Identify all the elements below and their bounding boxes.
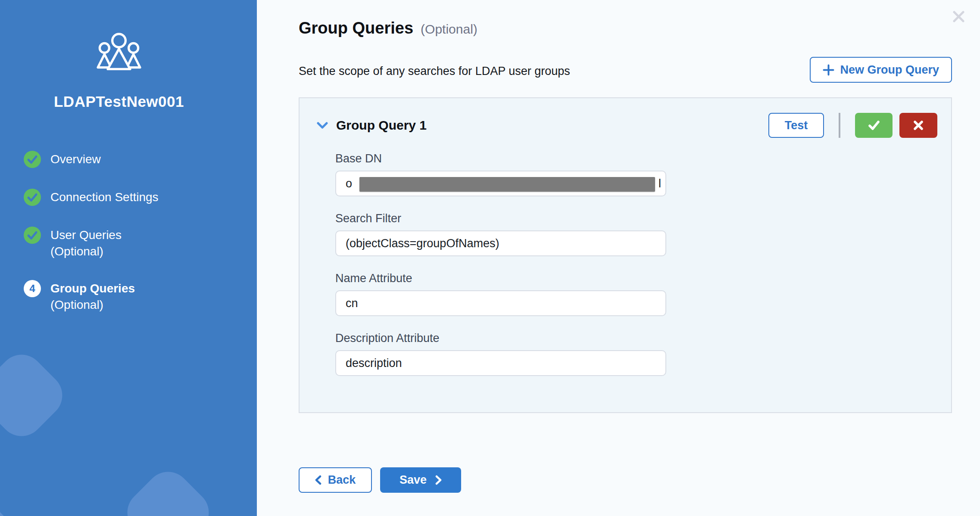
sidebar-item-connection-settings[interactable]: Connection Settings xyxy=(24,189,159,206)
search-filter-input[interactable] xyxy=(335,230,666,256)
test-query-button[interactable]: Test xyxy=(768,113,824,138)
save-button-label: Save xyxy=(399,473,427,487)
page-optional-tag: (Optional) xyxy=(421,22,478,37)
connection-name: LDAPTestNew001 xyxy=(0,93,238,110)
step-number-badge: 4 xyxy=(24,280,41,297)
query-fields: Base DN o l Search Filter Name Attribute… xyxy=(335,152,666,392)
back-button-label: Back xyxy=(328,473,356,487)
chevron-down-icon xyxy=(317,122,328,129)
page-title: Group Queries xyxy=(299,19,413,37)
close-icon xyxy=(953,11,964,22)
button-divider xyxy=(839,113,840,138)
wizard-sidebar: LDAPTestNew001 Overview Connection Setti… xyxy=(0,0,257,516)
step-complete-check-icon xyxy=(24,189,41,206)
sidebar-watermark-shape xyxy=(0,497,35,516)
sidebar-watermark-shape xyxy=(118,463,218,516)
step-complete-check-icon xyxy=(24,227,41,244)
redaction-bar xyxy=(359,177,655,192)
sidebar-item-user-queries[interactable]: User Queries (Optional) xyxy=(24,227,159,259)
step-label: Overview xyxy=(50,151,101,168)
step-optional-tag: (Optional) xyxy=(50,244,122,259)
step-complete-check-icon xyxy=(24,151,41,168)
x-icon xyxy=(913,120,924,131)
base-dn-visible-prefix: o xyxy=(346,177,352,190)
sidebar-item-group-queries[interactable]: 4 Group Queries (Optional) xyxy=(24,280,159,313)
base-dn-visible-suffix: l xyxy=(659,171,661,196)
description-attribute-label: Description Attribute xyxy=(335,332,666,345)
wizard-steps: Overview Connection Settings User Querie… xyxy=(24,151,159,313)
plus-icon xyxy=(823,64,834,76)
sidebar-watermark-shape xyxy=(0,345,72,445)
collapse-query-button[interactable] xyxy=(317,122,328,129)
name-attribute-label: Name Attribute xyxy=(335,272,666,285)
chevron-right-icon xyxy=(435,475,442,485)
page-subtitle: Set the scope of any searches for LDAP u… xyxy=(299,65,570,78)
save-button[interactable]: Save xyxy=(380,467,461,493)
group-query-title: Group Query 1 xyxy=(336,118,427,133)
search-filter-label: Search Filter xyxy=(335,212,666,225)
confirm-query-button[interactable] xyxy=(855,113,893,138)
brand-block: LDAPTestNew001 xyxy=(0,0,238,110)
close-button[interactable] xyxy=(950,8,967,25)
user-group-icon xyxy=(94,32,144,73)
step-label: Connection Settings xyxy=(50,189,159,206)
new-group-query-button[interactable]: New Group Query xyxy=(810,57,952,83)
description-attribute-input[interactable] xyxy=(335,350,666,376)
step-optional-tag: (Optional) xyxy=(50,297,135,313)
step-label: User Queries xyxy=(50,227,122,244)
name-attribute-input[interactable] xyxy=(335,290,666,316)
group-query-card: Group Query 1 Test Base DN o l Search Fi… xyxy=(299,97,952,413)
wizard-footer: Back Save xyxy=(299,467,461,493)
delete-query-button[interactable] xyxy=(899,113,937,138)
back-button[interactable]: Back xyxy=(299,467,372,493)
sidebar-item-overview[interactable]: Overview xyxy=(24,151,159,168)
group-query-card-header: Group Query 1 Test xyxy=(300,113,951,138)
base-dn-label: Base DN xyxy=(335,152,666,165)
base-dn-input[interactable]: o l xyxy=(335,171,666,196)
checkmark-icon xyxy=(868,120,880,131)
chevron-left-icon xyxy=(315,475,321,485)
step-label: Group Queries xyxy=(50,280,135,297)
new-group-query-label: New Group Query xyxy=(840,63,939,77)
